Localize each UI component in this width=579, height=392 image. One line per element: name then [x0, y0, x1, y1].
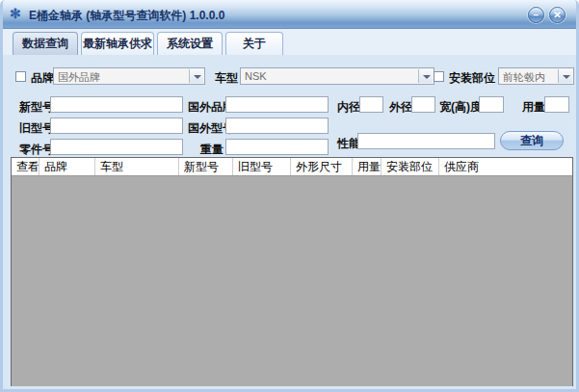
app-window: ✻ E桶金轴承 (轴承型号查询软件) 1.0.0.0 − ✕ 数据查询 最新轴承…: [0, 0, 579, 392]
weight-input[interactable]: [225, 139, 329, 155]
chevron-down-icon[interactable]: [418, 69, 433, 83]
foreign-model-input[interactable]: [225, 118, 329, 134]
query-button[interactable]: 查询: [500, 131, 564, 150]
column-header-brand: 品牌: [39, 158, 95, 175]
foreign-brand-input[interactable]: [225, 96, 329, 113]
brand-combobox-value: 国外品牌: [58, 70, 187, 85]
install-position-label: 安装部位: [449, 70, 495, 87]
inner-diameter-input[interactable]: [359, 96, 383, 113]
width-height-input[interactable]: [479, 96, 504, 113]
width-height-label: 宽(高)度: [439, 99, 482, 116]
column-header-car-model: 车型: [95, 158, 179, 175]
car-model-combobox[interactable]: NSK: [240, 67, 434, 85]
old-model-label: 旧型号: [19, 120, 54, 137]
results-table-body: [12, 176, 572, 386]
new-model-input[interactable]: [50, 96, 183, 113]
data-query-panel: 品牌 国外品牌 车型 NSK 安装部位 前轮毂内 新型号 国外品牌 内径 外径 …: [3, 55, 576, 392]
install-position-combobox-value: 前轮毂内: [503, 70, 556, 85]
close-button[interactable]: ✕: [549, 7, 566, 23]
chevron-down-icon[interactable]: [558, 69, 572, 83]
results-table-header: 查看 品牌 车型 新型号 旧型号 外形尺寸 用量 安装部位 供应商: [12, 158, 572, 176]
install-position-combobox[interactable]: 前轮毂内: [498, 67, 574, 85]
usage-label: 用量: [522, 99, 545, 116]
part-number-input[interactable]: [50, 139, 183, 155]
brand-combobox[interactable]: 国外品牌: [53, 67, 205, 85]
column-header-new-model: 新型号: [179, 158, 233, 175]
chevron-down-icon[interactable]: [189, 69, 203, 83]
brand-checkbox[interactable]: [15, 71, 26, 82]
minimize-button[interactable]: −: [528, 7, 544, 23]
tab-strip: 数据查询 最新轴承供求 系统设置 关于: [3, 29, 576, 55]
app-icon: ✻: [10, 7, 21, 20]
outer-diameter-input[interactable]: [411, 96, 435, 113]
inner-diameter-label: 内径: [337, 99, 360, 116]
titlebar: ✻ E桶金轴承 (轴承型号查询软件) 1.0.0.0 − ✕: [0, 0, 579, 29]
part-number-label: 零件号: [19, 142, 54, 158]
column-header-usage: 用量: [353, 158, 382, 175]
column-header-view: 查看: [12, 158, 39, 175]
tab-data-query[interactable]: 数据查询: [13, 32, 78, 55]
install-position-checkbox[interactable]: [434, 71, 444, 82]
usage-input[interactable]: [544, 96, 569, 113]
column-header-dimensions: 外形尺寸: [291, 158, 353, 175]
car-model-label: 车型: [215, 70, 238, 87]
car-model-combobox-value: NSK: [245, 70, 416, 82]
column-header-supplier: 供应商: [439, 158, 572, 175]
new-model-label: 新型号: [19, 99, 54, 116]
performance-input[interactable]: [357, 133, 495, 149]
column-header-install-position: 安装部位: [382, 158, 439, 175]
outer-diameter-label: 外径: [389, 99, 412, 116]
window-title: E桶金轴承 (轴承型号查询软件) 1.0.0.0: [29, 8, 224, 24]
tab-system-settings[interactable]: 系统设置: [157, 32, 223, 55]
old-model-input[interactable]: [50, 118, 183, 134]
weight-label: 重量: [200, 142, 224, 158]
brand-label: 品牌: [31, 70, 54, 87]
tab-about[interactable]: 关于: [225, 32, 283, 55]
tab-latest-bearing-supply[interactable]: 最新轴承供求: [81, 32, 154, 55]
results-table: 查看 品牌 车型 新型号 旧型号 外形尺寸 用量 安装部位 供应商: [11, 157, 573, 386]
column-header-old-model: 旧型号: [233, 158, 291, 175]
